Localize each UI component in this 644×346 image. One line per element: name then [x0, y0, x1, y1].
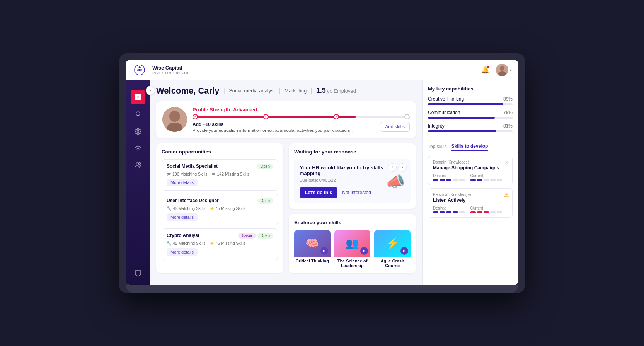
avatar[interactable] — [496, 64, 508, 76]
svg-rect-8 — [138, 97, 141, 100]
waiting-card: Waiting for your response ‹ › Your HR wo… — [289, 143, 416, 209]
profile-avatar — [162, 107, 187, 132]
notification-badge — [487, 65, 490, 68]
play-button-sol[interactable]: ▶ — [360, 247, 368, 255]
waiting-prev-button[interactable]: ‹ — [388, 163, 397, 172]
progress-dot-4 — [404, 114, 410, 119]
capability-communication: Communication 79% — [428, 110, 513, 119]
sidebar-toggle-button[interactable]: › — [146, 86, 155, 95]
career-item: Crypto Analyst Special Open 🔧 45 Matchin… — [162, 228, 278, 260]
sidebar-item-messages[interactable] — [131, 266, 145, 281]
svg-point-1 — [138, 69, 141, 71]
skill-domain-2: Personal (Knowledge) — [433, 193, 508, 197]
svg-line-11 — [140, 112, 140, 112]
skill-bars-row-1: Desired — [433, 174, 508, 181]
welcome-department: Marketing — [285, 88, 307, 94]
sidebar-item-team[interactable] — [131, 158, 145, 172]
course-thumb-sol: 👥 ▶ — [334, 230, 371, 257]
course-thumb-agile: ⚡ ▶ — [374, 230, 411, 257]
enhance-card: Enahnce your skills 🧠 ▶ Critical Thinkin… — [289, 214, 416, 273]
svg-rect-6 — [138, 94, 141, 97]
skills-row: 106 Matching Skills 142 Missing Skills — [167, 172, 273, 176]
more-details-button-1[interactable]: More details — [167, 179, 198, 186]
cap-bar-track-comm — [428, 117, 513, 119]
play-button-ct[interactable]: ▶ — [320, 247, 328, 255]
course-label-sol: The Science of Leadership — [334, 257, 371, 268]
warn-skill-icon-2: ⚠ — [504, 192, 509, 198]
lets-do-button[interactable]: Let's do this — [300, 187, 337, 198]
welcome-header: Welcome, Carly | Social media analyst | … — [156, 86, 416, 96]
course-label-ct: Critical Thinking — [294, 257, 331, 263]
career-item-title-3: Crypto Analyst — [167, 233, 199, 238]
skill-name-2: Listen Actively — [433, 198, 508, 203]
add-skills-desc: Provide your education information or ex… — [193, 128, 353, 133]
tab-top-skills[interactable]: Top skills — [428, 143, 447, 151]
skill-bars-row-2: Desired — [433, 206, 508, 213]
tab-skills-to-develop[interactable]: Skills to develop — [451, 143, 488, 151]
capability-creative-thinking: Creative Thinking 89% — [428, 96, 513, 105]
cap-name: Creative Thinking — [428, 96, 464, 102]
profile-strength-label: Profile Strength: Advanced — [193, 107, 410, 112]
course-label-agile: Agile Crash Course — [374, 257, 411, 268]
waiting-card-inner: ‹ › Your HR would like you to try skills… — [294, 159, 411, 203]
more-details-button-3[interactable]: More details — [167, 248, 198, 256]
welcome-role: Social media analyst — [229, 88, 275, 94]
career-card: Career opportunities Social Media Specia… — [156, 143, 283, 273]
progress-dot-2: ✓ — [263, 114, 269, 119]
waiting-section-title: Waiting for your response — [294, 149, 411, 155]
profile-card: Profile Strength: Advanced ✓ ✓ ✓ — [156, 101, 416, 138]
sidebar-item-learning[interactable] — [131, 141, 145, 155]
skill-domain-1: Domain (Knowledge) — [433, 160, 508, 164]
play-button-agile[interactable]: ▶ — [400, 247, 408, 255]
capabilities-title: My key capabilities — [428, 86, 513, 92]
course-item-agile: ⚡ ▶ Agile Crash Course — [374, 230, 411, 268]
close-skill-icon-1[interactable]: ✕ — [504, 159, 509, 165]
courses-grid: 🧠 ▶ Critical Thinking 👥 ▶ — [294, 230, 411, 268]
enhance-section-title: Enahnce your skills — [294, 220, 411, 225]
cap-bar-fill-comm — [428, 117, 495, 119]
megaphone-icon: 📣 — [386, 172, 405, 190]
avatar-chevron-icon: ▾ — [510, 68, 512, 72]
skill-item-1: ✕ Domain (Knowledge) Manage Shopping Cam… — [428, 156, 513, 185]
add-skills-row: Add +10 skills Provide your education in… — [193, 122, 410, 133]
waiting-nav: ‹ › — [388, 163, 407, 172]
cap-bar-track-integrity — [428, 130, 513, 132]
right-panel: My key capabilities Creative Thinking 89… — [422, 80, 518, 285]
svg-point-9 — [136, 112, 140, 116]
main-content: Welcome, Carly | Social media analyst | … — [150, 80, 422, 285]
progress-dot-1: ✓ — [193, 114, 198, 119]
sidebar-item-dashboard[interactable] — [131, 90, 145, 104]
topbar: Wise Capital INVESTING IN YOU 🔔 — [126, 60, 518, 80]
more-details-button-2[interactable]: More details — [167, 213, 198, 221]
course-item-sol: 👥 ▶ The Science of Leadership — [334, 230, 371, 268]
skills-row-2: 🔧 45 Matching Skills ⚡ 45 Missing Skills — [167, 206, 273, 211]
not-interested-button[interactable]: Not interested — [342, 190, 371, 195]
career-badge: Open — [257, 164, 273, 169]
svg-point-13 — [137, 130, 139, 132]
waiting-next-button[interactable]: › — [398, 163, 407, 172]
skills-develop-list: ✕ Domain (Knowledge) Manage Shopping Cam… — [428, 156, 513, 218]
add-skills-button[interactable]: Add skills — [380, 122, 410, 132]
skill-name-1: Manage Shopping Campaigns — [433, 165, 508, 170]
sidebar-item-ideas[interactable] — [131, 107, 145, 121]
svg-line-12 — [136, 112, 136, 112]
svg-point-18 — [169, 111, 180, 122]
career-badge-2: Open — [257, 198, 273, 204]
cap-bar-fill — [428, 103, 503, 105]
sidebar-item-settings[interactable] — [131, 124, 145, 138]
capabilities-list: Creative Thinking 89% Communication 79% — [428, 96, 513, 132]
notification-button[interactable]: 🔔 — [479, 64, 491, 76]
cap-pct-integrity: 81% — [503, 123, 513, 129]
cap-name-comm: Communication — [428, 110, 460, 115]
panel-divider — [428, 138, 513, 138]
company-name: Wise Capital — [152, 65, 190, 71]
career-badge-open-3: Open — [257, 233, 273, 239]
career-item: User Interface Designer Open 🔧 45 Matchi… — [162, 194, 278, 225]
skill-item-2: ⚠ Personal (Knowledge) Listen Actively D… — [428, 188, 513, 218]
course-item-ct: 🧠 ▶ Critical Thinking — [294, 230, 331, 268]
logo-icon — [134, 65, 145, 75]
career-badge-special: Special — [238, 233, 256, 239]
progress-dot-3: ✓ — [334, 114, 339, 119]
skills-row-3: 🔧 45 Matching Skills ⚡ 45 Missing Skills — [167, 241, 273, 246]
career-item-title: Social Media Specialist — [167, 164, 218, 169]
